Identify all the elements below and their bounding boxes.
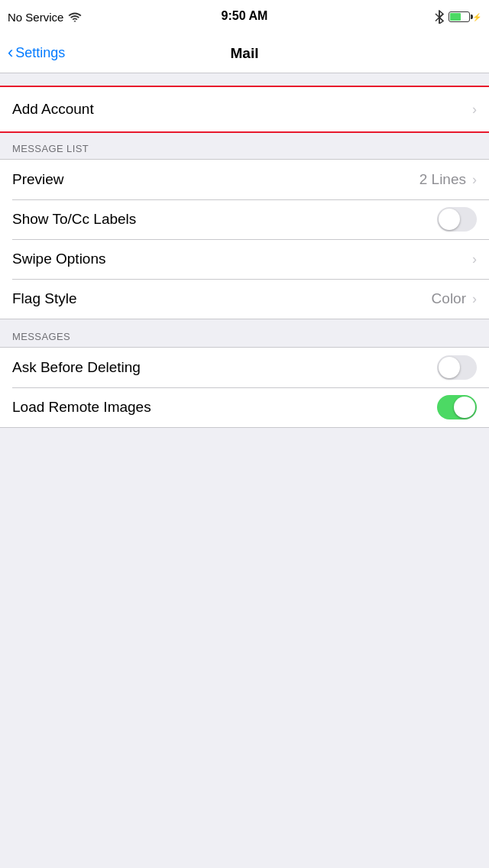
settings-content: Add Account › MESSAGE LIST Preview 2 Lin…: [0, 73, 489, 458]
add-account-chevron-icon: ›: [472, 102, 477, 118]
load-remote-images-row[interactable]: Load Remote Images: [0, 387, 489, 427]
status-right: ⚡: [405, 10, 481, 24]
ask-before-deleting-toggle-knob: [439, 357, 460, 378]
flag-style-value: Color: [432, 290, 466, 307]
back-chevron-icon: ‹: [8, 44, 13, 61]
back-button[interactable]: ‹ Settings: [8, 45, 65, 61]
swipe-options-row[interactable]: Swipe Options ›: [0, 239, 489, 279]
swipe-options-label: Swipe Options: [12, 251, 472, 267]
preview-chevron-icon: ›: [472, 172, 477, 188]
charging-bolt: ⚡: [472, 13, 481, 21]
preview-value: 2 Lines: [419, 171, 466, 188]
ask-before-deleting-toggle[interactable]: [437, 355, 477, 380]
back-label: Settings: [15, 45, 65, 61]
messages-section-label: MESSAGES: [12, 331, 70, 342]
show-tocc-label: Show To/Cc Labels: [12, 211, 437, 228]
nav-bar: ‹ Settings Mail: [0, 34, 489, 73]
swipe-options-chevron-icon: ›: [472, 251, 477, 267]
accounts-group: Add Account ›: [0, 87, 489, 131]
wifi-icon: [68, 11, 82, 22]
flag-style-label: Flag Style: [12, 290, 432, 307]
messages-group: Ask Before Deleting Load Remote Images: [0, 347, 489, 428]
flag-style-chevron-icon: ›: [472, 291, 477, 307]
bottom-gap: [0, 428, 489, 458]
show-tocc-row[interactable]: Show To/Cc Labels: [0, 199, 489, 239]
page-title: Mail: [231, 45, 259, 62]
preview-label: Preview: [12, 171, 419, 188]
add-account-row[interactable]: Add Account ›: [0, 87, 489, 131]
show-tocc-toggle-knob: [439, 209, 460, 230]
accounts-gap: [0, 73, 489, 87]
battery-icon: ⚡: [449, 11, 481, 22]
status-bar: No Service 9:50 AM ⚡: [0, 0, 489, 34]
status-left: No Service: [8, 11, 145, 24]
load-remote-images-label: Load Remote Images: [12, 399, 437, 416]
load-remote-images-toggle-knob: [454, 397, 475, 418]
ask-before-deleting-label: Ask Before Deleting: [12, 359, 437, 376]
message-list-group: Preview 2 Lines › Show To/Cc Labels Swip…: [0, 159, 489, 319]
status-time: 9:50 AM: [222, 9, 268, 23]
ask-before-deleting-row[interactable]: Ask Before Deleting: [0, 348, 489, 387]
carrier-text: No Service: [8, 11, 63, 24]
show-tocc-toggle[interactable]: [437, 207, 477, 232]
message-list-section-label: MESSAGE LIST: [12, 143, 89, 154]
messages-gap: MESSAGES: [0, 319, 489, 347]
message-list-gap: MESSAGE LIST: [0, 131, 489, 159]
flag-style-row[interactable]: Flag Style Color ›: [0, 279, 489, 319]
add-account-label: Add Account: [12, 101, 472, 118]
preview-row[interactable]: Preview 2 Lines ›: [0, 160, 489, 199]
load-remote-images-toggle[interactable]: [437, 395, 477, 419]
bluetooth-icon: [434, 10, 445, 24]
